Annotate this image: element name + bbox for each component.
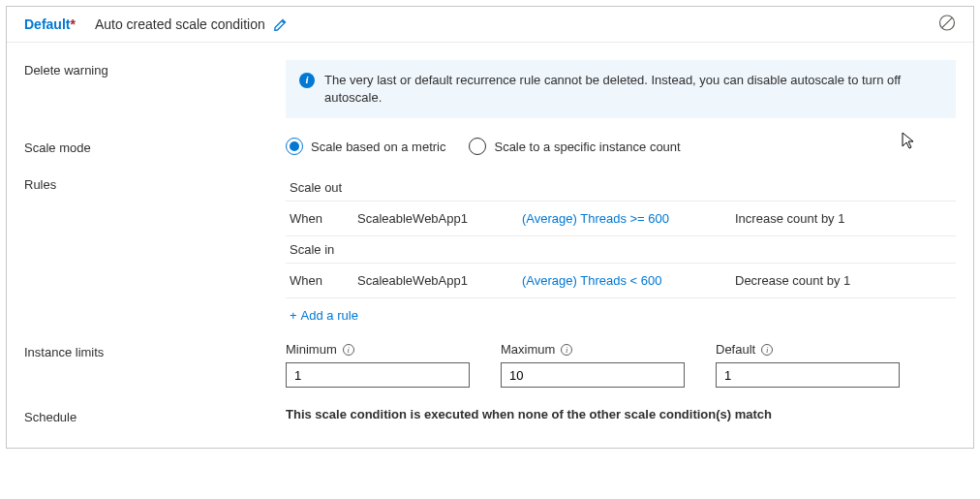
rule-metric-link[interactable]: (Average) Threads >= 600 — [522, 211, 735, 226]
scale-in-header: Scale in — [286, 236, 956, 264]
required-asterisk: * — [70, 16, 75, 32]
rule-when-label: When — [290, 211, 357, 226]
radio-scale-metric[interactable]: Scale based on a metric — [286, 138, 445, 155]
add-rule-label: Add a rule — [301, 308, 358, 323]
limit-maximum-input[interactable] — [501, 362, 685, 388]
info-icon[interactable]: i — [761, 344, 773, 356]
condition-title: Default* — [24, 16, 76, 32]
rule-action: Decrease count by 1 — [735, 273, 952, 288]
instance-limits-row: Instance limits Minimum i Maximum i — [24, 342, 956, 388]
condition-description: Auto created scale condition — [95, 16, 265, 32]
radio-scale-specific[interactable]: Scale to a specific instance count — [469, 138, 680, 155]
rule-resource: ScaleableWebApp1 — [357, 211, 522, 226]
schedule-text: This scale condition is executed when no… — [286, 407, 772, 421]
scale-out-rule[interactable]: When ScaleableWebApp1 (Average) Threads … — [286, 202, 956, 236]
schedule-row: Schedule This scale condition is execute… — [24, 407, 956, 424]
rule-action: Increase count by 1 — [735, 211, 952, 226]
instance-limits-label: Instance limits — [24, 342, 286, 359]
scale-out-header: Scale out — [286, 174, 956, 202]
radio-scale-specific-label: Scale to a specific instance count — [494, 140, 680, 154]
limit-minimum-label: Minimum — [286, 342, 337, 357]
delete-warning-label: Delete warning — [24, 60, 286, 78]
condition-title-text: Default — [24, 16, 70, 32]
radio-icon — [469, 138, 486, 155]
panel-body: Delete warning i The very last or defaul… — [7, 43, 973, 448]
delete-warning-info: i The very last or default recurrence ru… — [286, 60, 956, 118]
radio-icon — [286, 138, 303, 155]
radio-scale-metric-label: Scale based on a metric — [311, 140, 445, 154]
limit-minimum-input[interactable] — [286, 362, 470, 388]
limit-maximum: Maximum i — [501, 342, 685, 388]
svg-line-1 — [942, 17, 952, 27]
delete-warning-row: Delete warning i The very last or defaul… — [24, 60, 956, 118]
scale-mode-label: Scale mode — [24, 138, 286, 155]
rule-metric-link[interactable]: (Average) Threads < 600 — [522, 273, 735, 288]
limit-maximum-label: Maximum — [501, 342, 555, 357]
scale-condition-panel: Default* Auto created scale condition De… — [6, 6, 974, 449]
rule-when-label: When — [290, 273, 357, 288]
limit-default-label: Default — [716, 342, 755, 357]
info-icon[interactable]: i — [343, 344, 354, 356]
delete-prohibited-icon[interactable] — [938, 15, 956, 35]
edit-icon[interactable] — [273, 16, 289, 32]
info-icon[interactable]: i — [561, 344, 572, 356]
limit-minimum: Minimum i — [286, 342, 470, 388]
delete-warning-message: The very last or default recurrence rule… — [324, 72, 942, 107]
limit-default: Default i — [716, 342, 900, 388]
limit-default-input[interactable] — [716, 362, 900, 388]
schedule-label: Schedule — [24, 407, 286, 424]
rules-label: Rules — [24, 174, 286, 192]
rule-resource: ScaleableWebApp1 — [357, 273, 522, 288]
rules-row: Rules Scale out When ScaleableWebApp1 (A… — [24, 174, 956, 323]
scale-mode-row: Scale mode Scale based on a metric Scale… — [24, 138, 956, 155]
panel-header: Default* Auto created scale condition — [7, 7, 973, 43]
info-icon: i — [299, 73, 315, 88]
scale-in-rule[interactable]: When ScaleableWebApp1 (Average) Threads … — [286, 264, 956, 298]
add-rule-button[interactable]: + Add a rule — [286, 298, 362, 323]
plus-icon: + — [290, 308, 297, 323]
